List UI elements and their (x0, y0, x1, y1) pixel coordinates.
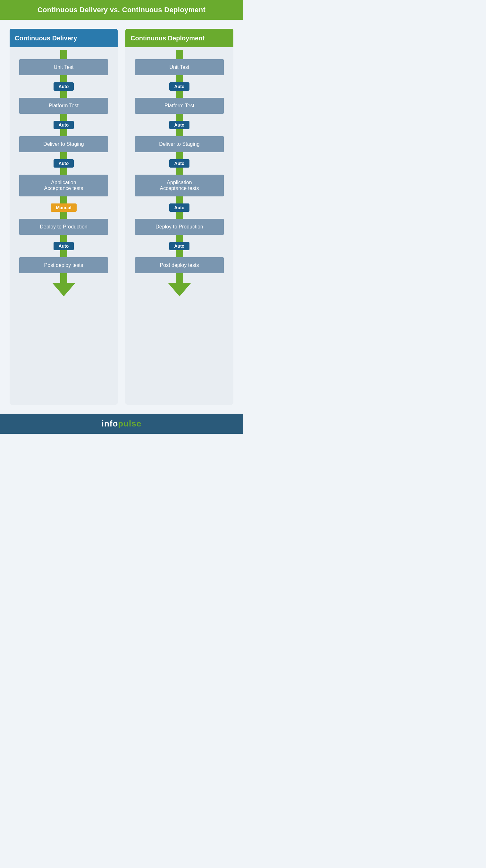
dep-pipe-3b (176, 167, 183, 175)
top-connector-deployment (176, 50, 183, 59)
columns-container: Continuous Delivery Unit Test Auto Platf… (10, 29, 233, 405)
deployment-connector-4: Auto (135, 196, 224, 219)
delivery-connector-4: Manual (19, 196, 108, 219)
delivery-body: Unit Test Auto Platform Test Auto Delive… (10, 47, 118, 405)
deployment-step-unit-test: Unit Test (135, 59, 224, 75)
delivery-arrow (52, 273, 75, 297)
deployment-badge-5: Auto (169, 242, 190, 250)
delivery-step-acceptance: ApplicationAcceptance tests (19, 175, 108, 196)
delivery-badge-4: Manual (51, 204, 76, 212)
deployment-title: Continuous Deployment (130, 35, 228, 42)
pipe-4a (60, 196, 67, 204)
pipe-3b (60, 167, 67, 175)
top-connector-delivery (60, 50, 67, 59)
delivery-connector-2: Auto (19, 114, 108, 136)
deployment-connector-3: Auto (135, 152, 224, 175)
header-bar: Continuous Delivery vs. Continuous Deplo… (0, 0, 243, 20)
delivery-badge-5: Auto (54, 242, 74, 250)
deployment-connector-1: Auto (135, 75, 224, 98)
brand-label: infopulse (102, 419, 142, 428)
delivery-title: Continuous Delivery (15, 35, 113, 42)
pipe-2a (60, 114, 67, 121)
deployment-step-platform-test: Platform Test (135, 98, 224, 114)
dep-pipe-3a (176, 152, 183, 159)
delivery-step-deliver-staging: Deliver to Staging (19, 136, 108, 152)
delivery-step-unit-test: Unit Test (19, 59, 108, 75)
delivery-badge-1: Auto (54, 82, 74, 91)
dep-pipe-2a (176, 114, 183, 121)
dep-pipe-5a (176, 235, 183, 242)
deployment-arrow-head (168, 283, 191, 297)
dep-pipe-4a (176, 196, 183, 204)
deployment-badge-2: Auto (169, 121, 190, 129)
deployment-step-deploy-production: Deploy to Production (135, 219, 224, 235)
page-title: Continuous Delivery vs. Continuous Deplo… (6, 6, 237, 14)
pipe-1b (60, 91, 67, 98)
delivery-header: Continuous Delivery (10, 29, 118, 47)
delivery-arrow-shaft (60, 273, 67, 283)
pipe-4b (60, 212, 67, 219)
deployment-badge-1: Auto (169, 82, 190, 91)
delivery-step-post-deploy: Post deploy tests (19, 257, 108, 273)
delivery-pipeline: Unit Test Auto Platform Test Auto Delive… (19, 50, 108, 297)
pipe-2b (60, 129, 67, 136)
delivery-arrow-head (52, 283, 75, 297)
deployment-column: Continuous Deployment Unit Test Auto Pla… (125, 29, 233, 405)
delivery-column: Continuous Delivery Unit Test Auto Platf… (10, 29, 118, 405)
deployment-pipeline: Unit Test Auto Platform Test Auto Delive… (135, 50, 224, 297)
dep-pipe-1a (176, 75, 183, 82)
delivery-badge-3: Auto (54, 159, 74, 167)
dep-pipe-2b (176, 129, 183, 136)
deployment-body: Unit Test Auto Platform Test Auto Delive… (125, 47, 233, 405)
brand-highlight: pulse (118, 419, 141, 428)
deployment-arrow (168, 273, 191, 297)
pipe-5b (60, 250, 67, 257)
deployment-connector-5: Auto (135, 235, 224, 257)
footer-bar: infopulse (0, 414, 243, 434)
delivery-connector-1: Auto (19, 75, 108, 98)
deployment-header: Continuous Deployment (125, 29, 233, 47)
delivery-badge-2: Auto (54, 121, 74, 129)
delivery-step-deploy-production: Deploy to Production (19, 219, 108, 235)
dep-pipe-1b (176, 91, 183, 98)
delivery-step-platform-test: Platform Test (19, 98, 108, 114)
pipe-5a (60, 235, 67, 242)
deployment-connector-2: Auto (135, 114, 224, 136)
deployment-badge-4: Auto (169, 204, 190, 212)
main-content: Continuous Delivery Unit Test Auto Platf… (0, 20, 243, 414)
delivery-connector-5: Auto (19, 235, 108, 257)
deployment-badge-3: Auto (169, 159, 190, 167)
dep-pipe-5b (176, 250, 183, 257)
pipe-3a (60, 152, 67, 159)
dep-pipe-4b (176, 212, 183, 219)
deployment-step-acceptance: ApplicationAcceptance tests (135, 175, 224, 196)
brand-text: info (102, 419, 118, 428)
deployment-step-post-deploy: Post deploy tests (135, 257, 224, 273)
pipe-1a (60, 75, 67, 82)
delivery-connector-3: Auto (19, 152, 108, 175)
deployment-arrow-shaft (176, 273, 183, 283)
deployment-step-deliver-staging: Deliver to Staging (135, 136, 224, 152)
